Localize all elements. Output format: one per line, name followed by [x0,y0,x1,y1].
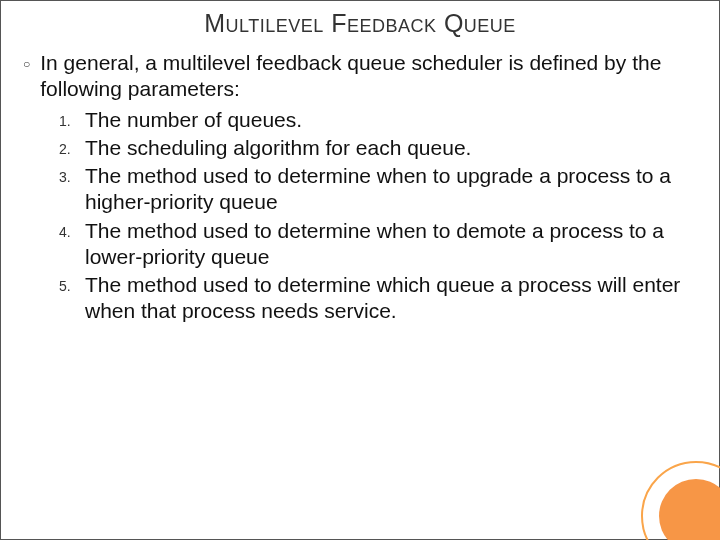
intro-text: In general, a multilevel feedback queue … [40,50,699,103]
list-item: 4. The method used to determine when to … [59,218,699,271]
list-item: 3. The method used to determine when to … [59,163,699,216]
bullet-icon: ○ [23,50,30,78]
item-number: 2. [59,135,85,159]
item-number: 5. [59,272,85,296]
item-text: The number of queues. [85,107,699,133]
item-text: The scheduling algorithm for each queue. [85,135,699,161]
list-item: 2. The scheduling algorithm for each que… [59,135,699,161]
slide-content: ○ In general, a multilevel feedback queu… [1,44,719,325]
list-item: 5. The method used to determine which qu… [59,272,699,325]
list-item: 1. The number of queues. [59,107,699,133]
item-text: The method used to determine which queue… [85,272,699,325]
item-number: 3. [59,163,85,187]
slide-title: Multilevel Feedback Queue [1,1,719,44]
slide: Multilevel Feedback Queue ○ In general, … [0,0,720,540]
item-text: The method used to determine when to upg… [85,163,699,216]
parameter-list: 1. The number of queues. 2. The scheduli… [59,107,699,325]
item-text: The method used to determine when to dem… [85,218,699,271]
corner-decoration [641,461,720,540]
intro-block: ○ In general, a multilevel feedback queu… [21,50,699,103]
item-number: 1. [59,107,85,131]
item-number: 4. [59,218,85,242]
